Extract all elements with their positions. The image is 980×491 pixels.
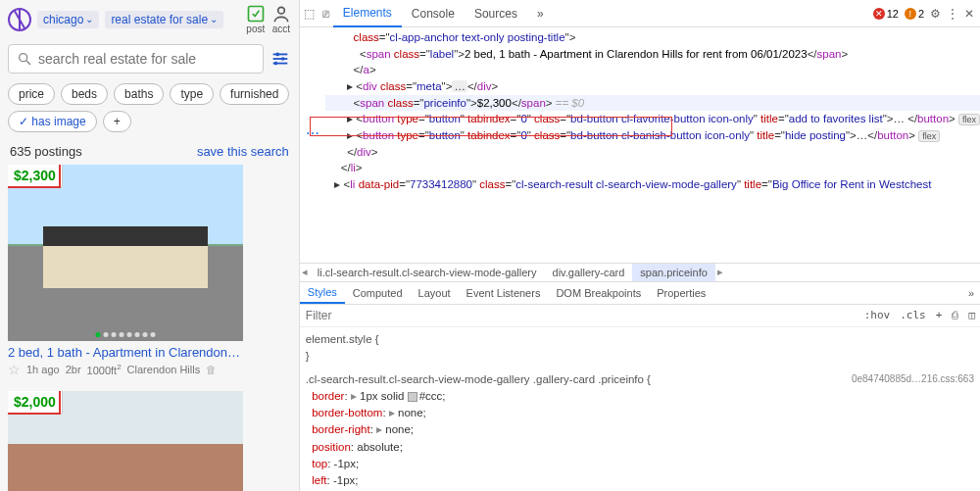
- carousel-dots[interactable]: [96, 332, 156, 337]
- hov-toggle[interactable]: :hov: [859, 309, 896, 321]
- trash-icon[interactable]: 🗑: [206, 364, 217, 375]
- chevron-down-icon: ⌄: [210, 14, 218, 25]
- computed-toggle-icon[interactable]: ⎙: [947, 309, 963, 321]
- filters-toggle-icon[interactable]: [270, 48, 291, 70]
- compose-icon: [246, 4, 266, 24]
- svg-point-1: [277, 7, 284, 14]
- category-pill[interactable]: real estate for sale ⌄: [105, 11, 223, 28]
- listing-title[interactable]: 2 bed, 1 bath - Apartment in Clarendon…: [8, 345, 243, 360]
- devtools-panel: ⬚ ⎚ Elements Console Sources » ✕12 !2 ⚙ …: [299, 0, 980, 491]
- error-count[interactable]: ✕12: [873, 8, 899, 20]
- svg-point-9: [273, 62, 277, 66]
- svg-point-8: [281, 57, 285, 61]
- results-grid: $2,300 2 bed, 1 bath - Apartment in Clar…: [0, 165, 299, 491]
- subtab-properties[interactable]: Properties: [649, 283, 713, 303]
- styles-filter-input[interactable]: [300, 305, 859, 326]
- inspect-icon[interactable]: ⬚: [300, 7, 318, 21]
- filter-beds[interactable]: beds: [61, 83, 108, 105]
- craigslist-logo-icon[interactable]: [8, 8, 31, 31]
- styles-subtabs: Styles Computed Layout Event Listeners D…: [300, 282, 980, 305]
- topbar: chicago ⌄ real estate for sale ⌄ post ac…: [0, 0, 299, 38]
- tabs-overflow[interactable]: »: [527, 1, 554, 26]
- listing-image[interactable]: $2,300: [8, 165, 243, 341]
- subtabs-overflow[interactable]: »: [960, 283, 980, 303]
- svg-line-3: [26, 61, 30, 65]
- results-meta: 635 postings save this search: [0, 142, 299, 165]
- chevron-down-icon: ⌄: [85, 14, 93, 25]
- crumb-item[interactable]: span.priceinfo: [632, 264, 715, 281]
- filter-has-image[interactable]: ✓ has image: [8, 111, 97, 132]
- styles-filter-row: :hov .cls + ⎙ ◫: [300, 305, 980, 327]
- listing-card[interactable]: $2,300 2 bed, 1 bath - Apartment in Clar…: [8, 165, 243, 377]
- toggle-pane-icon[interactable]: ◫: [963, 309, 980, 321]
- account-button[interactable]: acct: [271, 4, 291, 34]
- save-search-link[interactable]: save this search: [197, 144, 289, 159]
- search-icon: [17, 51, 32, 67]
- subtab-styles[interactable]: Styles: [300, 282, 345, 304]
- crumb-item[interactable]: li.cl-search-result.cl-search-view-mode-…: [310, 264, 545, 281]
- cls-toggle[interactable]: .cls: [895, 309, 931, 321]
- crumb-prev-icon[interactable]: ◂: [300, 266, 310, 278]
- post-button[interactable]: post: [246, 4, 266, 34]
- account-icon: [271, 4, 291, 24]
- listing-card[interactable]: $2,000 Big Office for Rent in Westcheste…: [8, 391, 243, 491]
- filter-chip-row: price beds baths type furnished ✓ has im…: [0, 79, 299, 142]
- search-input[interactable]: [38, 51, 255, 67]
- subtab-dom-breakpoints[interactable]: DOM Breakpoints: [548, 283, 649, 303]
- crumb-next-icon[interactable]: ▸: [715, 266, 725, 278]
- device-toggle-icon[interactable]: ⎚: [318, 7, 333, 21]
- new-rule-icon[interactable]: +: [931, 309, 948, 321]
- search-row: [0, 38, 299, 79]
- devtools-tabs: ⬚ ⎚ Elements Console Sources » ✕12 !2 ⚙ …: [300, 0, 980, 27]
- settings-gear-icon[interactable]: ⚙: [930, 7, 941, 21]
- craigslist-panel: chicago ⌄ real estate for sale ⌄ post ac…: [0, 0, 299, 491]
- category-label: real estate for sale: [111, 13, 208, 26]
- kebab-menu-icon[interactable]: ⋮: [947, 7, 958, 21]
- filter-furnished[interactable]: furnished: [220, 83, 289, 105]
- filter-baths[interactable]: baths: [114, 83, 164, 105]
- price-badge: $2,300: [8, 165, 63, 187]
- breadcrumb[interactable]: ◂ li.cl-search-result.cl-search-view-mod…: [300, 263, 980, 282]
- dom-tree[interactable]: ⋯ class="cl-app-anchor text-only posting…: [300, 27, 980, 263]
- warning-count[interactable]: !2: [905, 8, 924, 20]
- filter-add[interactable]: +: [103, 111, 131, 132]
- close-icon[interactable]: ✕: [964, 7, 974, 21]
- styles-pane[interactable]: element.style { } 0e84740885d…216.css:66…: [300, 327, 980, 491]
- filter-type[interactable]: type: [170, 83, 214, 105]
- svg-point-2: [20, 54, 27, 62]
- listing-image[interactable]: $2,000: [8, 391, 243, 491]
- search-box[interactable]: [8, 44, 264, 74]
- listing-meta: ☆ 1h ago 2br 1000ft2 Clarendon Hills 🗑: [8, 362, 243, 377]
- favorite-star-icon[interactable]: ☆: [8, 362, 21, 377]
- crumb-item[interactable]: div.gallery-card: [545, 264, 633, 281]
- subtab-event-listeners[interactable]: Event Listeners: [459, 283, 549, 303]
- subtab-layout[interactable]: Layout: [411, 283, 459, 303]
- tab-sources[interactable]: Sources: [465, 1, 527, 26]
- location-label: chicago: [43, 13, 83, 26]
- tab-console[interactable]: Console: [402, 1, 465, 26]
- postings-count: 635 postings: [10, 144, 82, 159]
- svg-point-7: [275, 53, 279, 57]
- subtab-computed[interactable]: Computed: [345, 283, 411, 303]
- location-pill[interactable]: chicago ⌄: [37, 11, 99, 28]
- filter-price[interactable]: price: [8, 83, 55, 105]
- tab-elements[interactable]: Elements: [333, 0, 402, 27]
- price-badge: $2,000: [8, 391, 63, 414]
